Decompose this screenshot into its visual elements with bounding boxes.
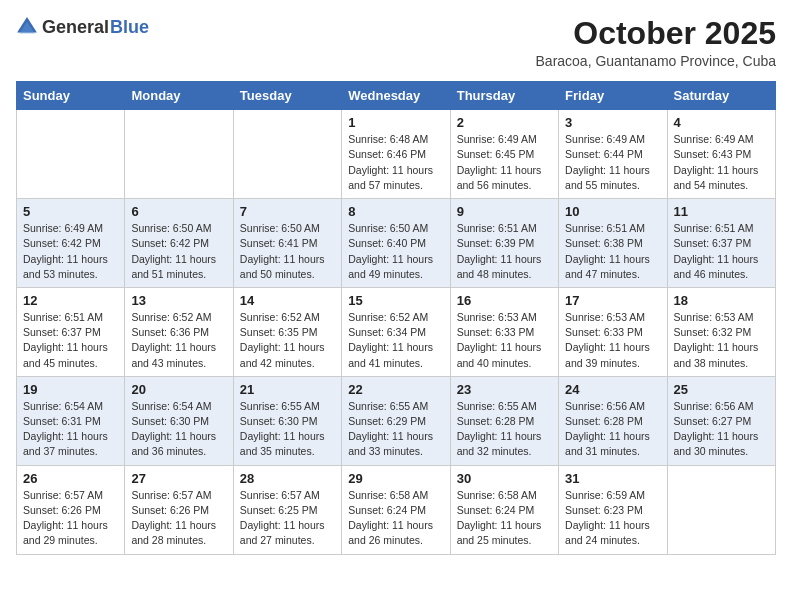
day-number: 4	[674, 115, 769, 130]
calendar-cell: 26Sunrise: 6:57 AM Sunset: 6:26 PM Dayli…	[17, 465, 125, 554]
logo-general-text: General	[42, 18, 109, 36]
calendar-cell: 17Sunrise: 6:53 AM Sunset: 6:33 PM Dayli…	[559, 287, 667, 376]
calendar-cell: 16Sunrise: 6:53 AM Sunset: 6:33 PM Dayli…	[450, 287, 558, 376]
day-number: 25	[674, 382, 769, 397]
calendar-week-row: 5Sunrise: 6:49 AM Sunset: 6:42 PM Daylig…	[17, 199, 776, 288]
day-number: 7	[240, 204, 335, 219]
day-info: Sunrise: 6:56 AM Sunset: 6:27 PM Dayligh…	[674, 399, 769, 460]
day-number: 3	[565, 115, 660, 130]
day-number: 29	[348, 471, 443, 486]
day-number: 16	[457, 293, 552, 308]
day-number: 9	[457, 204, 552, 219]
calendar-cell: 9Sunrise: 6:51 AM Sunset: 6:39 PM Daylig…	[450, 199, 558, 288]
logo-blue-text: Blue	[110, 18, 149, 36]
day-number: 26	[23, 471, 118, 486]
calendar-cell: 27Sunrise: 6:57 AM Sunset: 6:26 PM Dayli…	[125, 465, 233, 554]
calendar-cell: 14Sunrise: 6:52 AM Sunset: 6:35 PM Dayli…	[233, 287, 341, 376]
day-info: Sunrise: 6:53 AM Sunset: 6:33 PM Dayligh…	[565, 310, 660, 371]
day-info: Sunrise: 6:57 AM Sunset: 6:26 PM Dayligh…	[131, 488, 226, 549]
day-info: Sunrise: 6:52 AM Sunset: 6:35 PM Dayligh…	[240, 310, 335, 371]
day-info: Sunrise: 6:53 AM Sunset: 6:32 PM Dayligh…	[674, 310, 769, 371]
calendar-cell	[233, 110, 341, 199]
calendar-week-row: 19Sunrise: 6:54 AM Sunset: 6:31 PM Dayli…	[17, 376, 776, 465]
calendar-cell: 30Sunrise: 6:58 AM Sunset: 6:24 PM Dayli…	[450, 465, 558, 554]
calendar-cell: 8Sunrise: 6:50 AM Sunset: 6:40 PM Daylig…	[342, 199, 450, 288]
weekday-header-friday: Friday	[559, 82, 667, 110]
calendar-cell: 25Sunrise: 6:56 AM Sunset: 6:27 PM Dayli…	[667, 376, 775, 465]
day-info: Sunrise: 6:58 AM Sunset: 6:24 PM Dayligh…	[348, 488, 443, 549]
day-info: Sunrise: 6:49 AM Sunset: 6:42 PM Dayligh…	[23, 221, 118, 282]
calendar-cell: 24Sunrise: 6:56 AM Sunset: 6:28 PM Dayli…	[559, 376, 667, 465]
day-info: Sunrise: 6:49 AM Sunset: 6:43 PM Dayligh…	[674, 132, 769, 193]
day-info: Sunrise: 6:51 AM Sunset: 6:39 PM Dayligh…	[457, 221, 552, 282]
day-number: 23	[457, 382, 552, 397]
day-info: Sunrise: 6:53 AM Sunset: 6:33 PM Dayligh…	[457, 310, 552, 371]
day-info: Sunrise: 6:57 AM Sunset: 6:26 PM Dayligh…	[23, 488, 118, 549]
day-number: 1	[348, 115, 443, 130]
calendar-cell: 7Sunrise: 6:50 AM Sunset: 6:41 PM Daylig…	[233, 199, 341, 288]
day-number: 6	[131, 204, 226, 219]
calendar-cell: 19Sunrise: 6:54 AM Sunset: 6:31 PM Dayli…	[17, 376, 125, 465]
day-number: 21	[240, 382, 335, 397]
day-info: Sunrise: 6:52 AM Sunset: 6:34 PM Dayligh…	[348, 310, 443, 371]
day-info: Sunrise: 6:49 AM Sunset: 6:45 PM Dayligh…	[457, 132, 552, 193]
calendar-cell: 20Sunrise: 6:54 AM Sunset: 6:30 PM Dayli…	[125, 376, 233, 465]
day-number: 19	[23, 382, 118, 397]
day-info: Sunrise: 6:50 AM Sunset: 6:41 PM Dayligh…	[240, 221, 335, 282]
calendar-cell: 2Sunrise: 6:49 AM Sunset: 6:45 PM Daylig…	[450, 110, 558, 199]
day-number: 14	[240, 293, 335, 308]
title-block: October 2025 Baracoa, Guantanamo Provinc…	[536, 16, 776, 69]
day-info: Sunrise: 6:50 AM Sunset: 6:42 PM Dayligh…	[131, 221, 226, 282]
day-info: Sunrise: 6:56 AM Sunset: 6:28 PM Dayligh…	[565, 399, 660, 460]
weekday-header-sunday: Sunday	[17, 82, 125, 110]
calendar-cell: 22Sunrise: 6:55 AM Sunset: 6:29 PM Dayli…	[342, 376, 450, 465]
day-info: Sunrise: 6:59 AM Sunset: 6:23 PM Dayligh…	[565, 488, 660, 549]
day-number: 10	[565, 204, 660, 219]
day-number: 30	[457, 471, 552, 486]
month-title: October 2025	[536, 16, 776, 51]
day-info: Sunrise: 6:55 AM Sunset: 6:29 PM Dayligh…	[348, 399, 443, 460]
day-number: 11	[674, 204, 769, 219]
day-info: Sunrise: 6:48 AM Sunset: 6:46 PM Dayligh…	[348, 132, 443, 193]
day-info: Sunrise: 6:57 AM Sunset: 6:25 PM Dayligh…	[240, 488, 335, 549]
day-info: Sunrise: 6:58 AM Sunset: 6:24 PM Dayligh…	[457, 488, 552, 549]
calendar-cell: 5Sunrise: 6:49 AM Sunset: 6:42 PM Daylig…	[17, 199, 125, 288]
day-number: 28	[240, 471, 335, 486]
calendar-week-row: 26Sunrise: 6:57 AM Sunset: 6:26 PM Dayli…	[17, 465, 776, 554]
calendar-cell: 12Sunrise: 6:51 AM Sunset: 6:37 PM Dayli…	[17, 287, 125, 376]
weekday-header-saturday: Saturday	[667, 82, 775, 110]
calendar-cell: 23Sunrise: 6:55 AM Sunset: 6:28 PM Dayli…	[450, 376, 558, 465]
day-info: Sunrise: 6:50 AM Sunset: 6:40 PM Dayligh…	[348, 221, 443, 282]
day-info: Sunrise: 6:55 AM Sunset: 6:28 PM Dayligh…	[457, 399, 552, 460]
day-info: Sunrise: 6:49 AM Sunset: 6:44 PM Dayligh…	[565, 132, 660, 193]
calendar-cell: 29Sunrise: 6:58 AM Sunset: 6:24 PM Dayli…	[342, 465, 450, 554]
calendar-cell: 31Sunrise: 6:59 AM Sunset: 6:23 PM Dayli…	[559, 465, 667, 554]
day-number: 18	[674, 293, 769, 308]
calendar-cell: 15Sunrise: 6:52 AM Sunset: 6:34 PM Dayli…	[342, 287, 450, 376]
calendar-cell: 28Sunrise: 6:57 AM Sunset: 6:25 PM Dayli…	[233, 465, 341, 554]
calendar-cell: 21Sunrise: 6:55 AM Sunset: 6:30 PM Dayli…	[233, 376, 341, 465]
logo: General Blue	[16, 16, 149, 38]
day-number: 2	[457, 115, 552, 130]
weekday-header-monday: Monday	[125, 82, 233, 110]
day-number: 20	[131, 382, 226, 397]
calendar-cell	[125, 110, 233, 199]
day-info: Sunrise: 6:54 AM Sunset: 6:31 PM Dayligh…	[23, 399, 118, 460]
day-number: 17	[565, 293, 660, 308]
day-info: Sunrise: 6:51 AM Sunset: 6:38 PM Dayligh…	[565, 221, 660, 282]
day-number: 13	[131, 293, 226, 308]
calendar-cell: 18Sunrise: 6:53 AM Sunset: 6:32 PM Dayli…	[667, 287, 775, 376]
day-info: Sunrise: 6:54 AM Sunset: 6:30 PM Dayligh…	[131, 399, 226, 460]
day-number: 5	[23, 204, 118, 219]
location-text: Baracoa, Guantanamo Province, Cuba	[536, 53, 776, 69]
calendar-header-row: SundayMondayTuesdayWednesdayThursdayFrid…	[17, 82, 776, 110]
calendar-cell: 4Sunrise: 6:49 AM Sunset: 6:43 PM Daylig…	[667, 110, 775, 199]
page-header: General Blue October 2025 Baracoa, Guant…	[16, 16, 776, 69]
calendar-week-row: 12Sunrise: 6:51 AM Sunset: 6:37 PM Dayli…	[17, 287, 776, 376]
day-number: 31	[565, 471, 660, 486]
day-number: 22	[348, 382, 443, 397]
day-info: Sunrise: 6:51 AM Sunset: 6:37 PM Dayligh…	[674, 221, 769, 282]
day-number: 24	[565, 382, 660, 397]
logo-icon	[16, 16, 38, 38]
calendar-cell: 13Sunrise: 6:52 AM Sunset: 6:36 PM Dayli…	[125, 287, 233, 376]
